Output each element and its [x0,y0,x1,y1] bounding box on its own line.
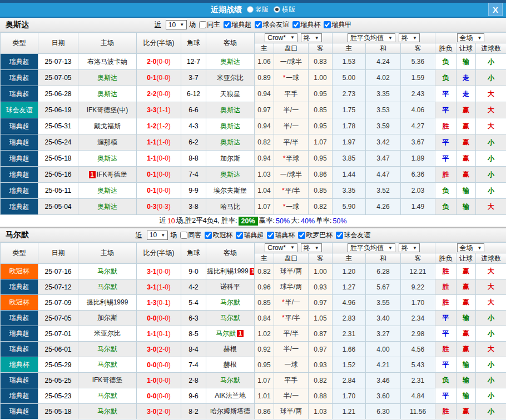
col-header-比分(半场): 比分(半场) [137,33,181,54]
odds-company-select[interactable]: Crow*▼ [265,33,297,42]
corner-cell: 9-9 [181,183,206,199]
result-wdl-cell-value: 胜 [443,267,449,275]
date-cell: 25-05-18 [38,404,78,419]
league-checkbox-球会友谊[interactable] [336,232,343,239]
odds-company-select[interactable]: Crow*▼ [265,243,297,252]
away-team-cell: 哈马比 [206,199,255,215]
odds-away-cell: 0.93 [309,357,333,373]
odds-final-select[interactable]: 终▼ [301,243,322,252]
result-handicap-cell-value: 赢 [463,122,469,130]
mean-away-cell: 5.36 [401,54,435,70]
scope-select[interactable]: 全场▼ [457,33,485,42]
mean-final-select[interactable]: 终▼ [399,33,420,42]
near-link[interactable]: 近 [136,231,142,240]
league-checkbox-球会友谊[interactable] [255,21,262,28]
mean-away-cell: 12.21 [401,264,435,279]
home-team-name: IFK哥德堡 [97,171,127,178]
table-row: 瑞典超25-06-01马尔默3-0(2-0)8-4赫根0.92半/一0.971.… [1,342,506,357]
date-cell: 25-07-01 [38,326,78,342]
close-button[interactable]: X [488,3,503,16]
league-checkbox-欧罗巴杯[interactable] [298,232,305,239]
home-team-cell: 马尔默 [78,388,137,404]
away-team-name: 马尔默 [220,298,240,306]
result-goals-cell-value: 大 [488,298,494,306]
result-goals-cell: 小 [476,183,506,199]
away-team-name: 奥斯达 [220,58,240,66]
league-checkbox-label: 球会友谊 [262,20,289,29]
mean-draw-cell: 4.21 [366,357,401,373]
odds-home-cell: 0.84 [255,311,274,326]
handicap-cell: 半/一 [274,102,309,118]
result-wdl-cell-value: 负 [443,74,449,82]
home-team-cell: 加尔斯 [78,311,137,326]
away-team-name: 奥斯达 [220,171,240,178]
league-checkbox-瑞典杯[interactable] [267,232,274,239]
result-wdl-cell-value: 胜 [443,407,449,415]
mean-draw-cell: 3.42 [366,134,401,151]
games-unit-label: 场 [189,20,196,29]
mean-type-select[interactable]: 胜平负均值▼ [348,33,395,42]
handicap-cell: 半/一 [274,118,309,134]
league-checkbox-瑞典超[interactable] [236,232,243,239]
home-team-cell: IFK哥德堡(中) [78,102,137,118]
match-count-select[interactable]: 10▼ [166,20,187,29]
mean-final-select[interactable]: 终▼ [399,243,420,252]
mean-home-cell: 1.66 [333,342,366,357]
mean-away-cell: 1.89 [401,151,435,167]
scope-select[interactable]: 全场▼ [457,243,485,252]
table-row: 球会友谊25-06-19IFK哥德堡(中)3-3(1-1)6-6奥斯达0.97半… [1,102,506,118]
league-checkbox-瑞典甲[interactable] [324,21,331,28]
mean-draw-cell: 3.60 [366,388,401,404]
odds-away-cell: 0.95 [309,118,333,134]
handicap-cell: 球半/两 [274,264,309,279]
same-venue-checkbox[interactable] [199,21,206,28]
result-goals-cell-value: 小 [488,154,494,162]
near-link[interactable]: 近 [155,20,161,29]
layout-radio-vertical[interactable]: 竖版 [247,5,269,14]
league-checkbox-欧冠杯[interactable] [205,232,212,239]
score-cell: 2-2(0-0) [137,86,181,102]
handicap-cell: *平/半 [274,311,309,326]
match-count-select[interactable]: 10▼ [147,231,168,240]
odds-away-cell: 1.03 [309,404,333,419]
home-team-cell: 奥斯达 [78,199,137,215]
mean-type-select-label: 胜平负均值 [350,33,384,43]
chevron-down-icon: ▼ [413,246,417,251]
odds-away-cell: 0.82 [309,373,333,388]
result-goals-cell: 大 [476,102,506,118]
score-cell: 3-0(2-0) [137,342,181,357]
mean-home-cell: 1.21 [333,404,366,419]
league-type-cell: 瑞典超 [1,199,38,215]
result-handicap-cell-value: 输 [463,392,469,399]
same-venue-checkbox[interactable] [180,232,187,239]
table-row: 瑞典超25-07-12马尔默3-1(1-0)4-2诺科平0.96球半/两0.93… [1,279,506,295]
result-handicap-cell: 赢 [457,118,476,134]
close-icon: X [493,5,498,14]
mean-home-cell: 1.75 [333,102,366,118]
league-checkbox-瑞典杯[interactable] [292,21,300,28]
home-team-name: 渥那模 [97,138,117,146]
date-cell: 25-05-18 [38,151,78,167]
odds-away-cell: 0.97 [309,295,333,311]
date-cell: 25-05-11 [38,183,78,199]
odds-final-select[interactable]: 终▼ [301,33,322,42]
table-row: 瑞典超25-05-18奥斯达1-1(0-0)8-8加尔斯0.94*半球0.953… [1,151,506,167]
mean-home-cell: 1.78 [333,118,366,134]
mean-draw-cell: 3.59 [366,118,401,134]
mean-home-cell: 3.35 [333,183,366,199]
layout-radio-horizontal[interactable]: 横版 [274,5,295,14]
league-checkbox-瑞典超[interactable] [224,21,231,28]
mean-type-select[interactable]: 胜平负均值▼ [348,243,395,252]
star-marker: * [283,74,286,82]
odds-away-cell: 0.95 [309,86,333,102]
result-wdl-cell-value: 胜 [443,283,449,291]
corner-cell: 9-6 [181,388,206,404]
mean-away-cell: 2.34 [401,311,435,326]
result-wdl-cell-value: 平 [443,106,449,114]
score-cell: 0-0(0-0) [137,388,181,404]
corner-cell: 6-2 [181,134,206,151]
mean-draw-cell: 3.53 [366,102,401,118]
home-team-name: 加尔斯 [97,314,117,322]
result-goals-cell-value: 小 [488,376,494,384]
home-team-name: 提比利锡1999 [87,298,128,306]
